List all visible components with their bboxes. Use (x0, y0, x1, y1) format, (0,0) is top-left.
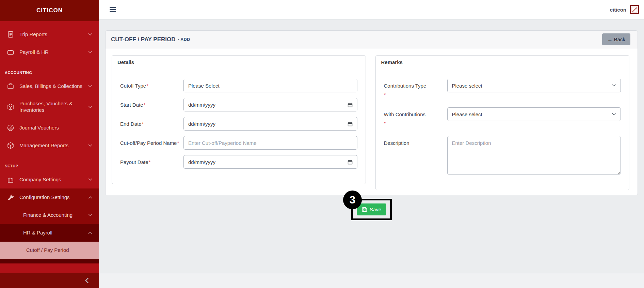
required-asterisk: * (146, 83, 148, 89)
floppy-disk-icon (362, 207, 367, 212)
cutoff-type-select[interactable]: Please Select (183, 79, 357, 92)
cutoff-pay-period-panel: CUT-OFF / PAY PERIOD - ADD ← Back Detail… (105, 30, 638, 195)
sidebar-item-payroll-hr[interactable]: Payroll & HR (0, 43, 99, 61)
cube-icon (7, 103, 14, 111)
sidebar-item-label: Purchases, Vouchers & Inventories (19, 101, 88, 113)
sidebar-item-label: Company Settings (19, 177, 88, 183)
save-button[interactable]: Save (357, 203, 386, 215)
remarks-card-title: Remarks (376, 56, 629, 69)
chevron-up-icon (88, 196, 92, 199)
sidebar-item-sales-billings-collections[interactable]: Sales, Billings & Collections (0, 77, 99, 95)
user-name-label: citicon (610, 7, 626, 13)
chevron-down-icon (88, 33, 92, 36)
top-navbar: citicon (99, 0, 644, 19)
details-card-title: Details (112, 56, 366, 69)
save-button-label: Save (370, 207, 381, 212)
brand-logo: CITICON (0, 0, 99, 21)
main-area: citicon CUT-OFF / PAY PERIOD - ADD ← Bac… (99, 0, 644, 288)
chevron-down-icon (88, 51, 92, 54)
sidebar-item-label: Sales, Billings & Collections (19, 83, 88, 90)
sidebar-collapse-button[interactable] (0, 273, 99, 288)
required-asterisk: * (142, 121, 144, 127)
with-contributions-value: Please select (452, 111, 612, 117)
sidebar-toggle-button[interactable] (110, 7, 116, 12)
details-card: Details Cutoff Type* Please Select (112, 55, 366, 184)
sidebar-item-label: Management Reports (19, 142, 88, 149)
submenu-bottom-strip (0, 259, 99, 263)
sidebar-item-label: Finance & Accounting (23, 212, 88, 218)
sidebar-item-cutoff-pay-period[interactable]: Cutoff / Pay Period (0, 242, 99, 259)
page-title-suffix: - ADD (178, 37, 190, 42)
chevron-up-icon (88, 231, 92, 234)
required-asterisk: * (384, 120, 447, 127)
sidebar-item-configuration-settings[interactable]: Configuration Settings (0, 188, 99, 206)
sidebar-nav: Trip Reports Payroll & HR ACCOUNTING Sal… (0, 21, 99, 273)
remarks-card: Remarks Contributions Type * Please sele… (375, 55, 630, 190)
start-date-placeholder: dd/mm/yyyy (188, 102, 348, 108)
chevron-down-icon (612, 113, 616, 116)
wrench-icon (7, 194, 14, 201)
sidebar-item-journal-vouchers[interactable]: Journal Vouchers (0, 119, 99, 137)
calendar-icon[interactable] (348, 121, 353, 126)
chevron-down-icon (88, 144, 92, 147)
page-title: CUT-OFF / PAY PERIOD (111, 36, 176, 43)
chevron-down-icon (612, 84, 616, 87)
sidebar-item-hr-payroll[interactable]: HR & Payroll (0, 224, 99, 242)
required-asterisk: * (177, 140, 179, 146)
sidebar-item-trip-reports[interactable]: Trip Reports (0, 26, 99, 43)
start-date-label: Start Date* (120, 98, 183, 111)
contributions-type-label: Contributions Type * (384, 79, 447, 98)
form-row-end-date: End Date* dd/mm/yyyy (120, 117, 357, 131)
building-icon (7, 176, 14, 183)
panel-header: CUT-OFF / PAY PERIOD - ADD ← Back (106, 31, 638, 48)
chevron-left-icon (85, 278, 89, 283)
sidebar-item-finance-accounting[interactable]: Finance & Accounting (0, 206, 99, 224)
payperiod-name-label: Cut-off/Pay Period Name* (120, 136, 183, 150)
required-asterisk: * (144, 102, 146, 108)
sidebar-item-label: Payroll & HR (19, 49, 88, 56)
form-row-payperiod-name: Cut-off/Pay Period Name* (120, 136, 357, 150)
sidebar-item-label: Trip Reports (19, 31, 88, 38)
end-date-label: End Date* (120, 117, 183, 131)
payperiod-name-input[interactable] (183, 136, 357, 150)
required-asterisk: * (149, 159, 151, 165)
with-contributions-select[interactable]: Please select (447, 107, 621, 121)
sidebar-item-label: Configuration Settings (19, 194, 88, 201)
end-date-placeholder: dd/mm/yyyy (188, 121, 348, 127)
user-menu[interactable]: citicon (610, 5, 639, 14)
app-logo-icon (630, 5, 639, 14)
chevron-down-icon (88, 85, 92, 88)
back-button[interactable]: ← Back (602, 33, 630, 45)
chevron-down-icon (88, 178, 92, 181)
cube-icon (7, 142, 14, 149)
page-content: CUT-OFF / PAY PERIOD - ADD ← Back Detail… (99, 19, 644, 273)
contributions-type-select[interactable]: Please select (447, 79, 621, 92)
form-row-description: Description (384, 136, 621, 175)
payout-date-input[interactable]: dd/mm/yyyy (183, 155, 357, 169)
form-row-contributions-type: Contributions Type * Please select (384, 79, 621, 98)
form-row-payout-date: Payout Date* dd/mm/yyyy (120, 155, 357, 169)
form-row-cutoff-type: Cutoff Type* Please Select (120, 79, 357, 92)
sidebar-item-label: Journal Vouchers (19, 125, 92, 131)
description-textarea[interactable] (447, 136, 621, 175)
sidebar-item-purchases-vouchers-inventories[interactable]: Purchases, Vouchers & Inventories (0, 95, 99, 119)
description-label: Description (384, 136, 447, 175)
page-footer (99, 273, 644, 288)
calendar-icon[interactable] (348, 160, 353, 165)
required-asterisk: * (384, 91, 447, 99)
chevron-down-icon (88, 214, 92, 216)
contributions-type-value: Please select (452, 83, 612, 89)
with-contributions-label: With Contributions * (384, 107, 447, 127)
annotation-box: 3 Save (351, 199, 392, 220)
start-date-input[interactable]: dd/mm/yyyy (183, 98, 357, 111)
calendar-icon[interactable] (348, 102, 353, 107)
chevron-down-icon (88, 106, 92, 108)
sidebar-item-company-settings[interactable]: Company Settings (0, 171, 99, 188)
briefcase-icon (7, 82, 14, 90)
gauge-icon (7, 124, 14, 132)
sidebar-item-management-reports[interactable]: Management Reports (0, 137, 99, 154)
remarks-card-body: Contributions Type * Please select (376, 69, 629, 190)
sidebar-section-setup: SETUP (0, 154, 99, 171)
end-date-input[interactable]: dd/mm/yyyy (183, 117, 357, 131)
sidebar-section-accounting: ACCOUNTING (0, 61, 99, 77)
